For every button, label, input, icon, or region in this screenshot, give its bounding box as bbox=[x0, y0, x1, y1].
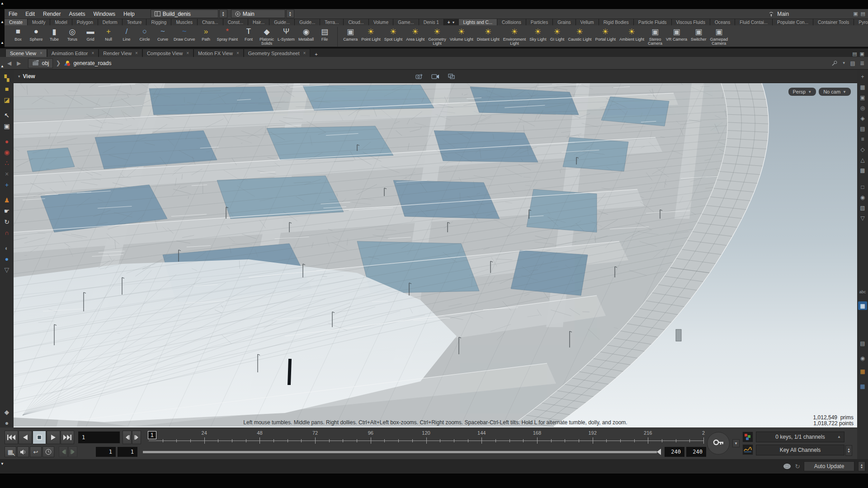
shelf-tab-rigging[interactable]: Rigging bbox=[146, 19, 171, 25]
layout-selector[interactable]: Main bbox=[231, 9, 285, 18]
scene-viewport[interactable]: ▾ View bbox=[14, 70, 857, 427]
orange-grid-icon[interactable]: ▦ bbox=[858, 367, 867, 375]
shelf-tab-guide[interactable]: Guide... bbox=[295, 19, 320, 25]
close-tab-icon[interactable]: × bbox=[135, 51, 138, 56]
shelf-tool-line[interactable]: /Line bbox=[118, 26, 136, 42]
sheet-icon[interactable]: ▤ bbox=[858, 339, 867, 347]
play-forward-button[interactable] bbox=[47, 431, 60, 444]
shelf-tool-font[interactable]: TFont bbox=[240, 26, 258, 42]
playback-start-field[interactable]: 1 bbox=[118, 447, 137, 457]
pane-tab-motion-fx-view[interactable]: Motion FX View× bbox=[193, 49, 244, 57]
shelf-tab-texture[interactable]: Texture bbox=[123, 19, 147, 25]
diamond-icon[interactable]: ◇ bbox=[858, 145, 867, 154]
shelf-tool-box[interactable]: ■Box bbox=[9, 26, 27, 42]
playback-end-field[interactable]: 240 bbox=[665, 447, 684, 457]
multi-tool-icon[interactable]: ◆ bbox=[2, 407, 12, 417]
menu-help[interactable]: Help bbox=[119, 10, 139, 18]
shelf-tool-vr-camera[interactable]: ▣VR Camera bbox=[664, 26, 689, 42]
frame-range-slider[interactable] bbox=[143, 446, 661, 457]
shelf-tool-draw-curve[interactable]: ~Draw Curve bbox=[172, 26, 197, 42]
shelf-tab-collisions[interactable]: Collisions bbox=[497, 19, 526, 25]
pane-tab-animation-editor[interactable]: Animation Editor× bbox=[47, 49, 99, 57]
step-back-button[interactable] bbox=[123, 431, 132, 444]
shelf-tool-stereo-camera[interactable]: ▣Stereo Camera bbox=[646, 26, 664, 46]
crosshair-icon[interactable]: + bbox=[858, 72, 867, 81]
global-end-field[interactable]: 240 bbox=[686, 447, 706, 457]
step-forward-button[interactable] bbox=[132, 431, 141, 444]
headphones-icon[interactable]: ∩ bbox=[2, 228, 12, 237]
lines-icon[interactable]: ≣ bbox=[860, 60, 864, 66]
shelf-tool-torus[interactable]: ◎Torus bbox=[63, 26, 81, 42]
auto-key-icon[interactable] bbox=[742, 432, 753, 442]
playback-time-button[interactable] bbox=[42, 446, 54, 457]
projection-selector[interactable]: Persp▼ bbox=[788, 88, 816, 96]
axis-handle-icon[interactable]: + bbox=[2, 180, 12, 189]
play-backward-button[interactable] bbox=[19, 431, 32, 444]
pane-tab-render-view[interactable]: Render View× bbox=[99, 49, 142, 57]
highlight-grid-icon[interactable]: ▦ bbox=[858, 301, 867, 310]
shelf-tool-spot-light[interactable]: ☀Spot Light bbox=[382, 26, 405, 42]
shelf-tab-volume[interactable]: Volume bbox=[369, 19, 393, 25]
close-tab-icon[interactable]: × bbox=[91, 51, 94, 56]
desktop-spinner[interactable]: ▲▼ bbox=[219, 9, 227, 18]
shelf-tab-container-tools[interactable]: Container Tools bbox=[813, 19, 854, 25]
range-end-handle[interactable] bbox=[657, 449, 661, 455]
range-track[interactable] bbox=[143, 451, 657, 453]
close-tab-icon[interactable]: × bbox=[303, 51, 306, 56]
close-tab-icon[interactable]: × bbox=[236, 51, 239, 56]
shelf-tab-model[interactable]: Model bbox=[50, 19, 72, 25]
shelf-tool-ambient-light[interactable]: ☀Ambient Light bbox=[618, 26, 646, 42]
layout-spinner[interactable]: ▲▼ bbox=[286, 9, 294, 18]
path-node[interactable]: generate_roads bbox=[63, 60, 111, 66]
auto-update-spinner[interactable]: ▲▼ bbox=[858, 461, 865, 471]
shelf-add-button[interactable]: +▼ bbox=[444, 19, 459, 25]
pane-handle-icon[interactable]: ▲ bbox=[0, 1, 4, 5]
shelf-tool-l-system[interactable]: ΨL-System bbox=[276, 26, 297, 42]
disabled-cross-icon[interactable]: × bbox=[2, 169, 12, 178]
shelf-tool-environment-light[interactable]: ☀Environment Light bbox=[501, 26, 528, 46]
audio-button[interactable] bbox=[17, 446, 29, 457]
shelf-tab-particle-fluids[interactable]: Particle Fluids bbox=[634, 19, 672, 25]
shelf-tool-curve[interactable]: ~Curve bbox=[154, 26, 172, 42]
gray-sphere-icon[interactable]: ● bbox=[2, 418, 12, 427]
shelf-tool-metaball[interactable]: ◉Metaball bbox=[297, 26, 316, 42]
bowl-icon[interactable]: ▽ bbox=[2, 265, 12, 274]
triangle-up-icon[interactable]: △ bbox=[858, 155, 867, 164]
orbit-icon[interactable]: ◎ bbox=[858, 103, 867, 112]
red-particle-icon[interactable]: ● bbox=[2, 136, 12, 146]
go-to-start-button[interactable] bbox=[5, 431, 18, 444]
shelf-tab-polygon[interactable]: Polygon bbox=[72, 19, 98, 25]
shelf-tab-rigid-bodies[interactable]: Rigid Bodies bbox=[599, 19, 634, 25]
set-key-button[interactable] bbox=[707, 432, 730, 455]
go-to-end-button[interactable] bbox=[61, 431, 74, 444]
hatch-icon[interactable]: ▧ bbox=[858, 203, 867, 212]
blue-panel-icon[interactable]: ▦ bbox=[858, 382, 867, 390]
grid-display-icon[interactable]: ▦ bbox=[858, 83, 867, 91]
select-arrow-icon[interactable]: ↖ bbox=[2, 110, 12, 120]
viewport-3d-scene[interactable]: Persp▼ No cam▼ Left mouse tumbles. Middl… bbox=[14, 83, 857, 427]
pane-tab-composite-view[interactable]: Composite View× bbox=[142, 49, 193, 57]
shelf-tab-game[interactable]: Game... bbox=[393, 19, 419, 25]
shelf-tool-geometry-light[interactable]: ☀Geometry Light bbox=[426, 26, 448, 46]
camera-lock-icon[interactable]: ▣ bbox=[858, 93, 867, 102]
paint-tool-icon[interactable]: ◪ bbox=[2, 95, 12, 104]
shelf-tool-null[interactable]: +Null bbox=[99, 26, 118, 42]
current-frame-flag[interactable]: 1 bbox=[148, 431, 156, 439]
shelf-tool-file[interactable]: ▤File bbox=[316, 26, 334, 42]
shelf-tool-distant-light[interactable]: ☀Distant Light bbox=[475, 26, 501, 42]
shelf-tab-pyro-fx[interactable]: Pyro FX bbox=[854, 19, 868, 25]
pane-add-tab[interactable]: + bbox=[310, 52, 322, 57]
next-key-button[interactable] bbox=[68, 446, 77, 457]
triangle-down-icon[interactable]: ▽ bbox=[858, 214, 867, 222]
shelf-tab-guide[interactable]: Guide... bbox=[269, 19, 295, 25]
shelf-tool-switcher[interactable]: ▣Switcher bbox=[689, 26, 708, 42]
key-all-spinner[interactable]: ▲▼ bbox=[845, 445, 852, 456]
shelf-tab-denis-1[interactable]: Denis 1 bbox=[419, 19, 444, 25]
view-copy-icon[interactable] bbox=[447, 72, 456, 80]
shelf-tool-platonic-solids[interactable]: ◆Platonic Solids bbox=[258, 26, 276, 46]
loop-mode-button[interactable]: ↩ bbox=[30, 446, 42, 457]
shelf-tool-tube[interactable]: ▮Tube bbox=[45, 26, 63, 42]
path-root[interactable]: obj bbox=[28, 58, 53, 68]
menu-render[interactable]: Render bbox=[39, 10, 65, 18]
menu-windows[interactable]: Windows bbox=[89, 10, 119, 18]
